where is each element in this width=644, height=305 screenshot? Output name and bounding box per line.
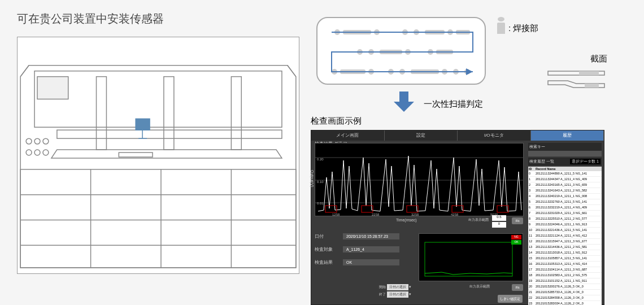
- table-row[interactable]: 1820121113102583 A_1211_2 NG_575: [528, 273, 602, 278]
- svg-text:0.10: 0.10: [317, 180, 324, 184]
- graph-ylabel: Output(V): [310, 170, 314, 187]
- tab-io[interactable]: I/Oモニタ: [458, 130, 531, 141]
- date-value: 2020/12/10 15:28:57.23: [343, 233, 399, 239]
- scan-path-diagram: [316, 17, 486, 85]
- table-row[interactable]: 1020121113221436 A_1211_5 NG_141: [528, 228, 602, 233]
- date-label: 日付: [315, 233, 343, 239]
- svg-text:1258: 1258: [332, 213, 340, 216]
- table-row[interactable]: 320121113241643 A_1211_2 NG_582: [528, 188, 602, 194]
- svg-rect-62: [425, 242, 512, 276]
- table-row[interactable]: 1620121113105313 A_1211_4 NG_414: [528, 262, 602, 267]
- svg-rect-45: [585, 84, 599, 88]
- arrow-down-icon: [393, 90, 415, 115]
- target-value: A_1126_4: [343, 246, 399, 252]
- svg-rect-44: [579, 71, 599, 75]
- mini-fit-button[interactable]: Fit: [512, 284, 523, 291]
- svg-point-3: [34, 138, 40, 144]
- table-row[interactable]: 820121113225510 A_1211_2 NG_577: [528, 216, 602, 222]
- table-row[interactable]: 1120121113221124 A_1211_4 NG_412: [528, 233, 602, 239]
- date-start-button[interactable]: 日付の選択: [387, 284, 408, 290]
- th-name: Record Name: [536, 167, 601, 171]
- table-row[interactable]: 1420121113213018 A_1211_1 NG_912: [528, 250, 602, 256]
- table-row[interactable]: 2220121015284558 A_1126_3 OK_0: [528, 295, 602, 301]
- table-row[interactable]: 1920121113101152 A_1211_1 NG_911: [528, 278, 602, 284]
- scan-judgment-label: 一次性扫描判定: [424, 99, 483, 110]
- svg-point-2: [26, 138, 32, 144]
- target-label: 検査対象: [315, 246, 343, 252]
- table-row[interactable]: 2020121015200276 A_1126_5 OK_0: [528, 284, 602, 290]
- history-table: ID Record Name 020121113244890 A_1211_5 …: [528, 167, 602, 305]
- svg-rect-14: [20, 169, 296, 268]
- ok-badge: OK: [511, 240, 521, 245]
- svg-rect-11: [57, 130, 282, 138]
- weld-legend: : 焊接部: [497, 23, 538, 34]
- table-row[interactable]: 420121113240219 A_1211_1 NG_008: [528, 194, 602, 199]
- table-row[interactable]: 020121113244890 A_1211_5 NG_141: [528, 171, 602, 177]
- svg-text:3258: 3258: [411, 213, 419, 216]
- svg-rect-13: [119, 152, 153, 157]
- table-row[interactable]: 620121113232219 A_1211_4 NG_409: [528, 205, 602, 211]
- table-row[interactable]: 2120121015285733 A_1126_4 OK_0: [528, 290, 602, 295]
- tab-history[interactable]: 履歴: [531, 130, 604, 141]
- svg-rect-52: [452, 206, 463, 212]
- threshold-config-button[interactable]: しきい値設定: [498, 295, 523, 303]
- waveform-graph: 0.200.100.01 12582258325842585020: [315, 143, 524, 216]
- fit-button[interactable]: Fit: [512, 217, 523, 224]
- svg-rect-1: [37, 77, 68, 99]
- screen-example-label: 检查画面示例: [311, 116, 362, 127]
- history-label: 検査履歴 一覧: [529, 159, 554, 164]
- svg-rect-0: [34, 71, 282, 128]
- search-input[interactable]: [528, 151, 602, 156]
- svg-point-4: [43, 138, 49, 144]
- tab-settings[interactable]: 設定: [385, 130, 458, 141]
- cross-section-label: 截面: [545, 54, 607, 64]
- machine-illustration: [17, 37, 299, 274]
- legend-label: : 焊接部: [508, 23, 538, 34]
- mini-range-label: 出力表示範囲: [469, 284, 490, 289]
- range-max-input[interactable]: 0.5: [492, 215, 506, 221]
- svg-rect-50: [362, 206, 373, 212]
- table-row[interactable]: 520121113232760 A_1211_5 NG_141: [528, 199, 602, 205]
- table-row[interactable]: 1520121113105857 A_1211_5 NG_141: [528, 256, 602, 262]
- mini-graph: NG OK: [419, 233, 523, 281]
- svg-text:0.20: 0.20: [317, 158, 324, 161]
- table-row[interactable]: 920121113224046 A_1211_1 NG_913: [528, 222, 602, 228]
- tab-bar: メイン画面 設定 I/Oモニタ 履歴: [311, 130, 604, 141]
- cross-section: 截面: [545, 54, 607, 91]
- table-row[interactable]: 720121113231029 A_1211_3 NG_661: [528, 211, 602, 216]
- left-title: 可在贵公司装置中安装传感器: [17, 11, 311, 27]
- graph-xlabel: Time(msec): [396, 218, 417, 222]
- svg-text:4258: 4258: [451, 213, 459, 216]
- tab-main[interactable]: メイン画面: [311, 130, 385, 141]
- range-min-input[interactable]: 0: [492, 222, 506, 228]
- svg-point-5: [26, 150, 32, 155]
- table-row[interactable]: 2320121015283034 A_1126_2 OK_0: [528, 301, 602, 305]
- ng-badge: NG: [511, 235, 521, 239]
- result-value: OK: [343, 259, 399, 265]
- table-row[interactable]: 1320121113214436 A_1211_2 NG_581: [528, 245, 602, 250]
- svg-point-7: [43, 150, 49, 155]
- svg-text:2258: 2258: [372, 213, 380, 216]
- result-label: 検査結果: [315, 259, 343, 265]
- table-row[interactable]: 220121113243165 A_1211_3 NG_659: [528, 182, 602, 188]
- inspection-software-screenshot: メイン画面 設定 I/Oモニタ 履歴 検査結果 グラフ 0.200.100.01…: [311, 130, 604, 305]
- svg-rect-12: [136, 119, 150, 130]
- table-row[interactable]: 1720121113104114 A_1211_3 NG_687: [528, 267, 602, 273]
- search-key-label: 検索キー: [528, 143, 602, 151]
- date-end-button[interactable]: 日付の選択: [387, 291, 408, 298]
- th-id: ID: [529, 167, 536, 171]
- svg-point-6: [34, 150, 40, 155]
- weld-icon: [497, 23, 505, 34]
- table-row[interactable]: 1220121113215947 A_1211_3 NG_677: [528, 239, 602, 245]
- range-label: 出力表示範囲: [468, 217, 489, 223]
- svg-text:0.01: 0.01: [317, 202, 324, 205]
- date-range-picker: 開始 日付の選択▼ 終了 日付の選択▼: [379, 284, 412, 299]
- table-row[interactable]: 120121113244347 A_1211_4 NG_409: [528, 177, 602, 182]
